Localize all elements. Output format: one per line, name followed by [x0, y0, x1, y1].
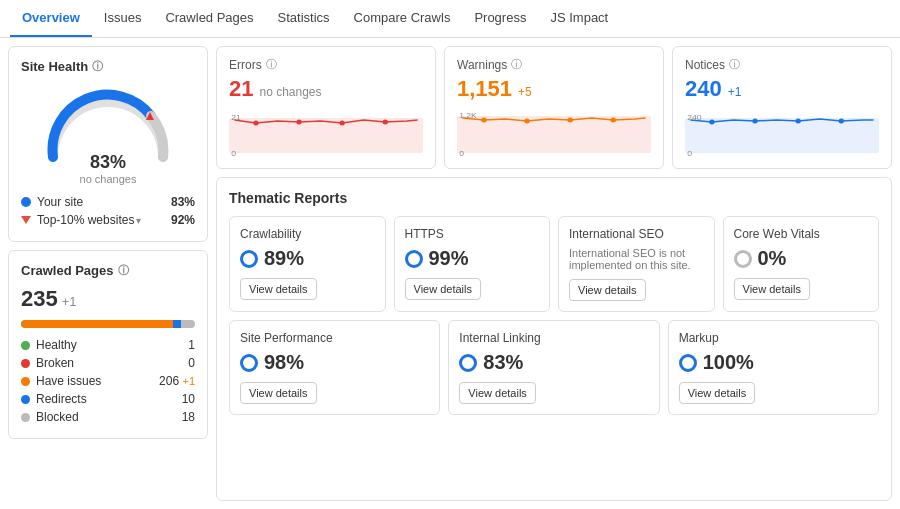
svg-point-17	[752, 119, 757, 124]
nav-item-issues[interactable]: Issues	[92, 0, 154, 37]
top10-caret[interactable]: ▾	[136, 215, 141, 226]
report-crawlability: Crawlability 89% View details	[229, 216, 386, 312]
broken-dot	[21, 359, 30, 368]
crawled-pages-title: Crawled Pages ⓘ	[21, 263, 195, 278]
blocked-segment	[181, 320, 195, 328]
report-international-seo: International SEO International SEO is n…	[558, 216, 715, 312]
svg-point-3	[296, 120, 301, 125]
warnings-value: 1,151	[457, 76, 512, 102]
svg-text:0: 0	[459, 148, 464, 158]
metrics-row: Errors ⓘ 21 no changes	[216, 46, 892, 169]
crawlability-circle	[240, 250, 258, 268]
main-content: Site Health ⓘ 83%	[0, 38, 900, 509]
https-view-details[interactable]: View details	[405, 278, 482, 300]
svg-text:240: 240	[687, 112, 702, 122]
your-site-legend: Your site 83%	[21, 193, 195, 211]
notices-chart: 240 0	[685, 108, 879, 158]
warnings-label: Warnings ⓘ	[457, 57, 651, 72]
blocked-dot	[21, 413, 30, 422]
errors-chart: 21 0	[229, 108, 423, 158]
markup-view-details[interactable]: View details	[679, 382, 756, 404]
gauge-sublabel: no changes	[80, 173, 137, 185]
issues-dot	[21, 377, 30, 386]
site-performance-view-details[interactable]: View details	[240, 382, 317, 404]
crawled-count: 235	[21, 286, 58, 312]
svg-point-5	[383, 120, 388, 125]
thematic-reports-card: Thematic Reports Crawlability 89% View d…	[216, 177, 892, 501]
core-web-vitals-view-details[interactable]: View details	[734, 278, 811, 300]
markup-pct: 100%	[679, 351, 868, 374]
gauge-container: 83% no changes	[21, 82, 195, 185]
site-health-info-icon[interactable]: ⓘ	[92, 59, 103, 74]
top-reports-grid: Crawlability 89% View details HTTPS 99%	[229, 216, 879, 312]
nav-item-js-impact[interactable]: JS Impact	[538, 0, 620, 37]
svg-text:21: 21	[231, 112, 241, 122]
errors-delta: no changes	[259, 85, 321, 99]
legend-healthy: Healthy 1	[21, 336, 195, 354]
notices-label: Notices ⓘ	[685, 57, 879, 72]
issues-segment	[22, 320, 173, 328]
svg-point-2	[253, 121, 258, 126]
nav-item-progress[interactable]: Progress	[462, 0, 538, 37]
svg-text:1.2K: 1.2K	[459, 110, 477, 120]
warnings-card: Warnings ⓘ 1,151 +5	[444, 46, 664, 169]
core-web-vitals-pct: 0%	[734, 247, 869, 270]
warnings-info-icon[interactable]: ⓘ	[511, 57, 522, 72]
legend-redirects: Redirects 10	[21, 390, 195, 408]
report-core-web-vitals: Core Web Vitals 0% View details	[723, 216, 880, 312]
crawled-progress-bar	[21, 320, 195, 328]
gauge-svg	[38, 82, 178, 162]
gauge-percent: 83%	[80, 152, 137, 173]
right-panel: Errors ⓘ 21 no changes	[216, 46, 892, 501]
international-seo-view-details[interactable]: View details	[569, 279, 646, 301]
https-pct: 99%	[405, 247, 540, 270]
report-markup: Markup 100% View details	[668, 320, 879, 415]
svg-rect-8	[457, 116, 651, 153]
errors-label: Errors ⓘ	[229, 57, 423, 72]
internal-linking-view-details[interactable]: View details	[459, 382, 536, 404]
svg-point-10	[524, 119, 529, 124]
nav-item-overview[interactable]: Overview	[10, 0, 92, 37]
crawled-pages-card: Crawled Pages ⓘ 235 +1	[8, 250, 208, 439]
site-health-card: Site Health ⓘ 83%	[8, 46, 208, 242]
crawled-legend: Healthy 1 Broken 0 Hav	[21, 336, 195, 426]
redirects-segment	[173, 320, 181, 328]
nav-item-crawled-pages[interactable]: Crawled Pages	[153, 0, 265, 37]
notices-info-icon[interactable]: ⓘ	[729, 57, 740, 72]
internal-linking-pct: 83%	[459, 351, 648, 374]
nav-item-compare-crawls[interactable]: Compare Crawls	[342, 0, 463, 37]
top10-icon	[21, 216, 31, 224]
svg-point-4	[339, 121, 344, 126]
site-legend: Your site 83% Top-10% websites ▾ 92%	[21, 193, 195, 229]
errors-card: Errors ⓘ 21 no changes	[216, 46, 436, 169]
nav-item-statistics[interactable]: Statistics	[266, 0, 342, 37]
healthy-dot	[21, 341, 30, 350]
crawled-delta: +1	[62, 294, 77, 309]
left-panel: Site Health ⓘ 83%	[8, 46, 208, 501]
svg-point-18	[795, 119, 800, 124]
svg-point-12	[611, 118, 616, 123]
warnings-delta: +5	[518, 85, 532, 99]
report-internal-linking: Internal Linking 83% View details	[448, 320, 659, 415]
errors-info-icon[interactable]: ⓘ	[266, 57, 277, 72]
warnings-chart: 1.2K 0	[457, 108, 651, 158]
top10-legend: Top-10% websites ▾ 92%	[21, 211, 195, 229]
crawlability-view-details[interactable]: View details	[240, 278, 317, 300]
core-web-vitals-circle	[734, 250, 752, 268]
crawled-info-icon[interactable]: ⓘ	[118, 263, 129, 278]
crawlability-pct: 89%	[240, 247, 375, 270]
errors-value: 21	[229, 76, 253, 102]
markup-circle	[679, 354, 697, 372]
internal-linking-circle	[459, 354, 477, 372]
svg-point-16	[709, 120, 714, 125]
https-circle	[405, 250, 423, 268]
svg-text:0: 0	[231, 148, 236, 158]
svg-point-11	[567, 118, 572, 123]
notices-card: Notices ⓘ 240 +1	[672, 46, 892, 169]
svg-point-9	[481, 118, 486, 123]
bottom-reports-grid: Site Performance 98% View details Intern…	[229, 320, 879, 415]
legend-blocked: Blocked 18	[21, 408, 195, 426]
legend-have-issues: Have issues 206 +1	[21, 372, 195, 390]
redirects-dot	[21, 395, 30, 404]
nav-bar: Overview Issues Crawled Pages Statistics…	[0, 0, 900, 38]
